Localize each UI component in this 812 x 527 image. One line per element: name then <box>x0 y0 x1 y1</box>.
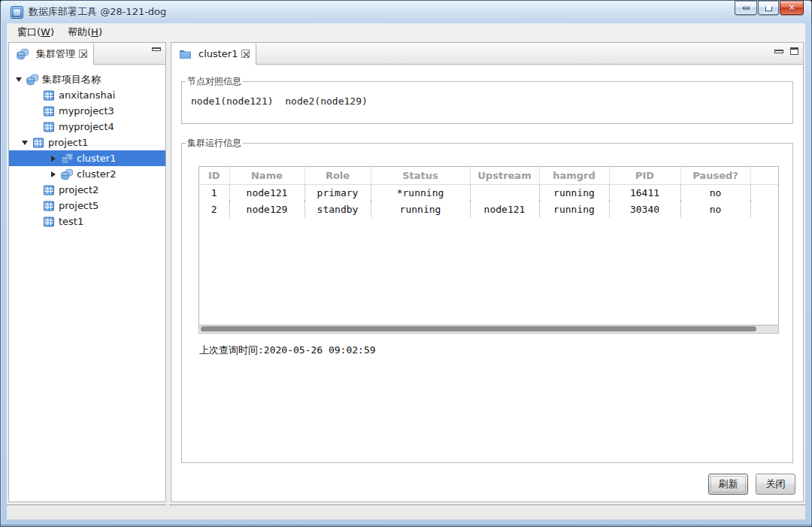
status-right <box>169 504 805 519</box>
node-mapping-text: node1(node121) node2(node129) <box>182 88 792 107</box>
tab-cluster1[interactable]: cluster1 <box>171 43 256 65</box>
cell-status: running <box>371 201 470 217</box>
cell-id: 2 <box>199 201 229 217</box>
menu-window[interactable]: 窗口(W) <box>11 23 61 41</box>
tree-item-project1[interactable]: project1 <box>9 135 165 150</box>
tree-item-anxitanshai[interactable]: anxitanshai <box>9 87 165 103</box>
tree-item-myproject3[interactable]: myproject3 <box>9 103 165 119</box>
cell-id: 1 <box>199 184 229 201</box>
editor-tabbar: cluster1 <box>171 43 803 65</box>
chevron-right-icon[interactable] <box>51 171 56 177</box>
col-status[interactable]: Status <box>371 167 470 184</box>
tree-item-label: anxitanshai <box>59 89 115 101</box>
cell-upstream2: 1se <box>750 201 779 217</box>
cell-upstream <box>470 184 539 201</box>
window-title: 数据库部署工具 @28-121-dog <box>29 5 166 19</box>
tree-item-label: myproject3 <box>59 105 114 117</box>
tab-close-icon[interactable] <box>79 50 87 58</box>
status-bar <box>7 504 805 519</box>
tree-item-project5[interactable]: project5 <box>9 198 165 214</box>
cell-status: *running <box>371 184 470 201</box>
cluster-project-tree[interactable]: 集群项目名称 anxitanshai myproject3 myproject4 <box>9 65 165 501</box>
col-name[interactable]: Name <box>229 167 304 184</box>
tree-item-cluster2[interactable]: cluster2 <box>9 166 165 182</box>
tree-item-label: test1 <box>59 216 83 227</box>
editor-maximize-icon[interactable] <box>790 47 798 55</box>
editor-toolbar <box>774 47 798 55</box>
last-query-time: 上次查询时间:2020-05-26 09:02:59 <box>199 344 779 357</box>
project-icon <box>43 105 56 117</box>
cluster-info-group-title: 集群运行信息 <box>186 137 243 150</box>
cell-name: node121 <box>229 184 304 201</box>
tree-item-test1[interactable]: test1 <box>9 214 165 229</box>
cell-upstream2 <box>750 184 779 201</box>
cell-paused: no <box>680 184 750 201</box>
cell-role: primary <box>304 184 371 201</box>
cell-name: node129 <box>229 201 304 217</box>
table-row-node121[interactable]: 1 node121 primary *running running 16411… <box>199 184 779 201</box>
col-id[interactable]: ID <box>199 167 229 184</box>
tree-item-label: myproject4 <box>59 121 114 132</box>
tree-item-cluster1[interactable]: cluster1 <box>9 150 165 166</box>
window-bottom-edge <box>1 524 811 526</box>
minimize-button[interactable] <box>735 1 757 15</box>
table-row-node129[interactable]: 2 node129 standby running node121 runnin… <box>199 201 779 217</box>
tree-item-label: cluster2 <box>77 168 116 180</box>
tree-item-label: project2 <box>59 184 98 195</box>
project-icon <box>43 216 56 228</box>
tab-label: 集群管理 <box>36 47 75 61</box>
cell-hamgrd: running <box>539 184 609 201</box>
cell-pid: 30340 <box>609 201 680 217</box>
main-area: 集群管理 集群项目名称 anxitansh <box>7 41 805 504</box>
cell-upstream: node121 <box>470 201 539 217</box>
menu-help[interactable]: 帮助(H) <box>61 23 109 41</box>
close-icon: ✕ <box>788 4 795 12</box>
cell-role: standby <box>304 201 371 217</box>
project-icon <box>43 184 56 196</box>
scrollbar-thumb[interactable] <box>201 326 756 332</box>
col-role[interactable]: Role <box>304 167 371 184</box>
cell-hamgrd: running <box>539 201 609 217</box>
tree-item-label: project5 <box>59 200 98 211</box>
chevron-right-icon[interactable] <box>51 156 56 162</box>
refresh-button[interactable]: 刷新 <box>708 474 748 495</box>
cluster-icon <box>61 168 74 180</box>
project-icon <box>43 89 56 101</box>
col-paused[interactable]: Paused? <box>680 167 750 184</box>
cluster-management-view: 集群管理 集群项目名称 anxitansh <box>8 42 166 502</box>
folder-icon <box>179 48 192 60</box>
col-pid[interactable]: PID <box>609 167 680 184</box>
window-controls: ✕ <box>734 1 804 15</box>
title-bar[interactable]: 数据库部署工具 @28-121-dog ✕ <box>1 1 811 23</box>
close-button[interactable]: ✕ <box>780 1 804 15</box>
tree-item-myproject4[interactable]: myproject4 <box>9 119 165 135</box>
chevron-down-icon[interactable] <box>16 77 22 82</box>
tab-close-icon[interactable] <box>241 50 250 58</box>
tab-cluster-management[interactable]: 集群管理 <box>9 43 94 65</box>
project-icon <box>43 200 56 212</box>
view-minimize-icon[interactable] <box>152 47 161 51</box>
tree-item-root[interactable]: 集群项目名称 <box>9 71 165 87</box>
editor-minimize-icon[interactable] <box>774 50 783 53</box>
cluster-table-zone: ID Name Role Status Upstream hamgrd PID … <box>198 166 779 357</box>
tab-label: cluster1 <box>198 48 238 59</box>
cluster-icon <box>61 153 74 165</box>
project-icon <box>32 137 45 149</box>
chevron-down-icon[interactable] <box>22 141 28 145</box>
app-window: 数据库部署工具 @28-121-dog ✕ 窗口(W) 帮助(H) 集群管理 <box>0 0 812 527</box>
view-toolbar <box>152 47 161 51</box>
node-info-group-title: 节点对照信息 <box>186 75 243 88</box>
tree-item-label: project1 <box>48 137 88 148</box>
tree-item-project2[interactable]: project2 <box>9 182 165 198</box>
col-upstream[interactable]: Upstream <box>470 167 539 184</box>
cluster-info-group: 集群运行信息 ID Na <box>181 137 793 463</box>
col-upstream2[interactable]: Upst <box>750 167 779 184</box>
close-editor-button[interactable]: 关闭 <box>756 474 795 495</box>
maximize-icon <box>765 5 772 11</box>
horizontal-scrollbar[interactable] <box>198 326 779 334</box>
col-hamgrd[interactable]: hamgrd <box>539 167 609 184</box>
cluster-icon <box>26 74 39 86</box>
app-icon <box>11 6 23 19</box>
maximize-button[interactable] <box>758 1 779 15</box>
tree-item-label: 集群项目名称 <box>42 73 101 86</box>
